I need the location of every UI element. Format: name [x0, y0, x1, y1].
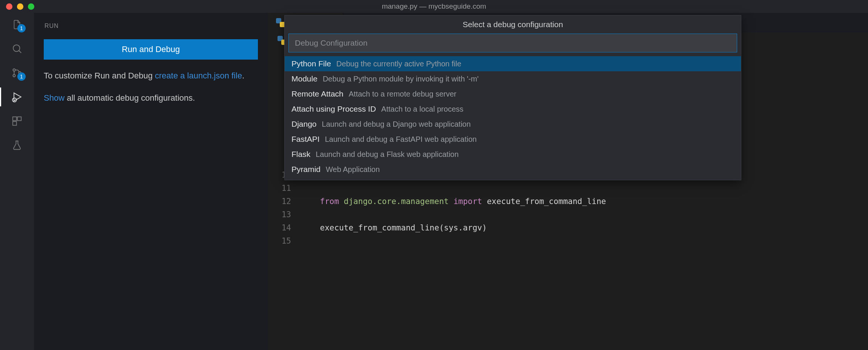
explorer-icon[interactable]: 1	[11, 18, 23, 31]
svg-rect-5	[13, 117, 17, 121]
svg-point-1	[13, 69, 15, 71]
window-controls	[0, 3, 34, 10]
show-configs-text: Show all automatic debug configurations.	[44, 92, 258, 104]
line-number: 15	[268, 235, 301, 248]
titlebar: manage.py — mycbseguide.com	[0, 0, 868, 13]
run-debug-icon[interactable]	[11, 91, 23, 103]
quickpick-item-desc: Launch and debug a Django web applicatio…	[322, 120, 471, 129]
customize-suffix: .	[242, 71, 244, 80]
scm-badge: 1	[17, 72, 26, 81]
line-number: 11	[268, 182, 301, 195]
quickpick-title: Select a debug configuration	[285, 15, 741, 34]
quickpick-item-label: Django	[291, 120, 317, 129]
quickpick-item[interactable]: Attach using Process IDAttach to a local…	[285, 101, 741, 117]
explorer-badge: 1	[17, 24, 26, 32]
quickpick-item[interactable]: FlaskLaunch and debug a Flask web applic…	[285, 147, 741, 162]
quickpick-item[interactable]: PyramidWeb Application	[285, 162, 741, 177]
quickpick-item-desc: Launch and debug a Flask web application	[316, 150, 459, 159]
python-file-icon	[276, 18, 285, 27]
testing-icon[interactable]	[11, 139, 23, 152]
quickpick-item[interactable]: ModuleDebug a Python module by invoking …	[285, 71, 741, 86]
quickpick-item-label: Attach using Process ID	[291, 104, 376, 114]
quickpick-item-desc: Launch and debug a FastAPI web applicati…	[325, 135, 477, 144]
quickpick-item-desc: Web Application	[326, 165, 380, 174]
activity-bar: 1 1	[0, 13, 34, 350]
quickpick-item[interactable]: DjangoLaunch and debug a Django web appl…	[285, 117, 741, 132]
quickpick-item-label: FastAPI	[291, 135, 320, 144]
search-icon[interactable]	[11, 42, 23, 55]
svg-rect-6	[17, 117, 21, 121]
quickpick-input[interactable]	[288, 34, 737, 52]
source-control-icon[interactable]: 1	[11, 66, 23, 79]
minimize-window-button[interactable]	[17, 3, 23, 10]
show-configs-suffix: all automatic debug configurations.	[64, 93, 195, 103]
show-configs-link[interactable]: Show	[44, 93, 64, 103]
customize-text: To customize Run and Debug create a laun…	[44, 69, 258, 82]
quickpick-item[interactable]: Python FileDebug the currently active Py…	[285, 56, 741, 71]
quickpick-item-desc: Attach to a local process	[381, 105, 463, 114]
quickpick-item-label: Flask	[291, 150, 310, 159]
code-line[interactable]	[301, 208, 868, 221]
quickpick-item-desc: Debug the currently active Python file	[336, 60, 461, 68]
svg-rect-7	[13, 121, 17, 125]
quickpick-item-label: Module	[291, 74, 317, 83]
debug-config-quickpick: Select a debug configuration Python File…	[284, 15, 741, 180]
line-number: 12	[268, 195, 301, 208]
quickpick-item-desc: Attach to a remote debug server	[349, 90, 457, 98]
quickpick-list: Python FileDebug the currently active Py…	[285, 56, 741, 180]
close-window-button[interactable]	[6, 3, 12, 10]
line-number: 14	[268, 221, 301, 235]
extensions-icon[interactable]	[11, 115, 23, 127]
code-line[interactable]	[301, 182, 868, 195]
quickpick-item[interactable]: Remote AttachAttach to a remote debug se…	[285, 86, 741, 101]
quickpick-item-label: Python File	[291, 59, 331, 68]
maximize-window-button[interactable]	[28, 3, 34, 10]
quickpick-item-label: Pyramid	[291, 165, 321, 174]
sidebar-title: RUN	[34, 20, 268, 39]
quickpick-item-desc: Debug a Python module by invoking it wit…	[323, 75, 478, 83]
quickpick-item-label: Remote Attach	[291, 89, 344, 98]
quickpick-item[interactable]: FastAPILaunch and debug a FastAPI web ap…	[285, 132, 741, 147]
svg-point-0	[13, 45, 20, 52]
run-and-debug-button[interactable]: Run and Debug	[44, 39, 258, 60]
code-line[interactable]: execute_from_command_line(sys.argv)	[301, 221, 868, 235]
create-launch-json-link[interactable]: create a launch.json file	[155, 71, 242, 80]
code-line[interactable]: from django.core.management import execu…	[301, 195, 868, 208]
run-sidebar: RUN Run and Debug To customize Run and D…	[34, 13, 268, 350]
svg-point-2	[13, 74, 15, 77]
window-title: manage.py — mycbseguide.com	[382, 2, 486, 11]
code-line[interactable]	[301, 235, 868, 248]
customize-prefix: To customize Run and Debug	[44, 71, 155, 80]
line-number: 13	[268, 208, 301, 221]
